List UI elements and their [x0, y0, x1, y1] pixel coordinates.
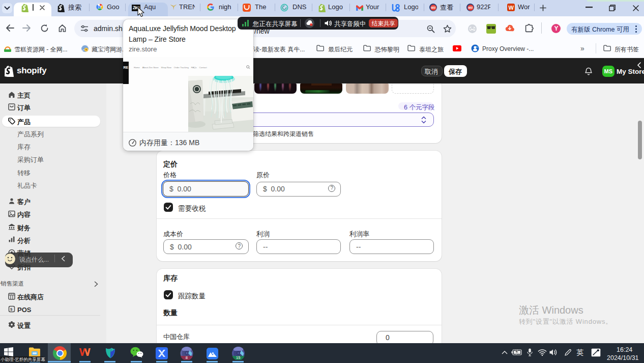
svg-text:$: $ — [10, 307, 13, 312]
svg-text:15: 15 — [236, 355, 240, 360]
svg-text:8: 8 — [186, 355, 188, 360]
